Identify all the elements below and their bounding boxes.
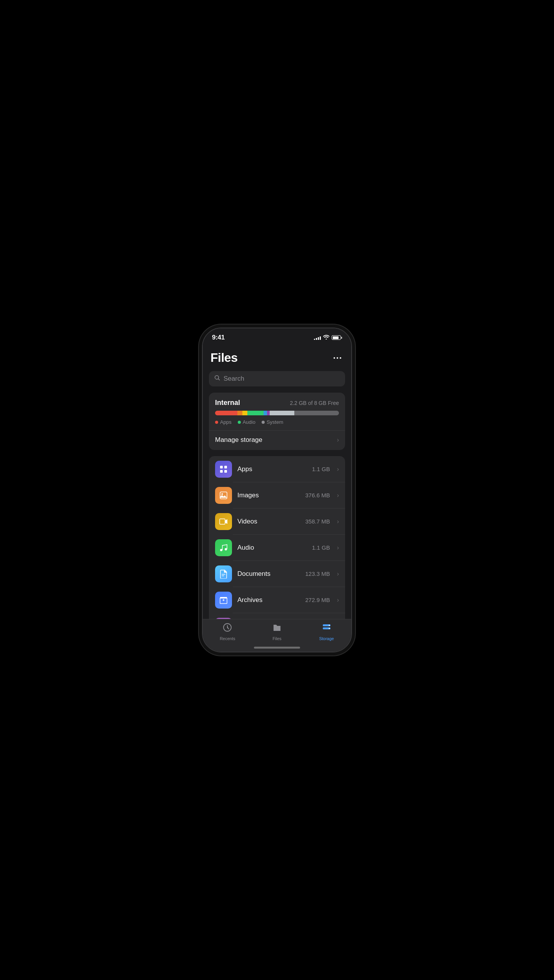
bar-apps <box>215 411 237 415</box>
images-icon <box>215 487 232 504</box>
search-placeholder: Search <box>224 375 244 383</box>
file-item-audio[interactable]: Audio 1.1 GB › <box>209 535 345 561</box>
legend-audio-label: Audio <box>243 419 255 425</box>
legend-apps: Apps <box>215 419 232 425</box>
svg-point-5 <box>222 493 223 495</box>
status-icons <box>314 334 342 341</box>
svg-rect-4 <box>220 492 227 499</box>
files-label: Files <box>272 636 281 641</box>
bar-yellow <box>242 411 247 415</box>
svg-point-8 <box>225 548 227 550</box>
status-bar: 9:41 <box>203 328 351 345</box>
recents-icon <box>222 622 232 635</box>
storage-header: Internal 2.2 GB of 8 GB Free <box>215 399 339 407</box>
svg-rect-1 <box>224 466 227 468</box>
apps-size: 1.1 GB <box>312 466 330 472</box>
storage-icon <box>322 622 332 635</box>
apps-chevron: › <box>337 466 339 473</box>
audio-size: 1.1 GB <box>312 544 330 551</box>
legend-apps-label: Apps <box>220 419 232 425</box>
manage-storage-row[interactable]: Manage storage › <box>215 431 339 444</box>
manage-storage-label: Manage storage <box>215 436 262 444</box>
documents-chevron: › <box>337 570 339 577</box>
files-icon <box>272 622 282 635</box>
file-list: Apps 1.1 GB › Images 376.6 MB <box>209 456 345 619</box>
bar-orange <box>237 411 242 415</box>
screen: 9:41 <box>203 328 351 652</box>
storage-label: Internal <box>215 399 240 407</box>
videos-icon <box>215 513 232 530</box>
images-name: Images <box>237 492 300 499</box>
legend-system-label: System <box>267 419 283 425</box>
audio-chevron: › <box>337 544 339 551</box>
wifi-icon <box>323 334 329 341</box>
more-button[interactable] <box>331 352 344 364</box>
images-size: 376.6 MB <box>305 492 330 498</box>
apps-name: Apps <box>237 465 307 473</box>
file-item-others[interactable]: ? Others 12.3 MB › <box>209 613 345 619</box>
storage-info: 2.2 GB of 8 GB Free <box>290 400 339 406</box>
status-time: 9:41 <box>212 334 225 341</box>
volume-up-button[interactable] <box>202 394 202 417</box>
archives-chevron: › <box>337 597 339 604</box>
nav-storage[interactable]: Storage <box>302 622 351 641</box>
storage-label-nav: Storage <box>319 636 334 641</box>
svg-rect-2 <box>220 470 223 473</box>
volume-down-button[interactable] <box>202 421 202 444</box>
documents-name: Documents <box>237 570 300 578</box>
legend-system: System <box>262 419 283 425</box>
bar-blue <box>264 411 267 415</box>
audio-icon <box>215 539 232 556</box>
svg-rect-3 <box>224 470 227 473</box>
phone-frame: 9:41 <box>202 328 352 652</box>
storage-bar <box>215 411 339 415</box>
svg-rect-6 <box>220 519 225 524</box>
videos-name: Videos <box>237 518 300 525</box>
archives-icon <box>215 592 232 609</box>
legend-audio: Audio <box>238 419 255 425</box>
svg-point-13 <box>329 628 330 629</box>
archives-size: 272.9 MB <box>305 597 330 603</box>
file-item-apps[interactable]: Apps 1.1 GB › <box>209 456 345 482</box>
content-area: Files Search <box>203 345 351 619</box>
svg-rect-0 <box>220 466 223 468</box>
apps-icon <box>215 461 232 478</box>
archives-name: Archives <box>237 596 300 604</box>
home-indicator <box>254 647 300 649</box>
images-chevron: › <box>337 492 339 499</box>
signal-icon <box>314 335 321 340</box>
nav-recents[interactable]: Recents <box>203 622 252 641</box>
more-dots-icon <box>334 357 341 359</box>
videos-chevron: › <box>337 518 339 525</box>
file-item-videos[interactable]: Videos 358.7 MB › <box>209 508 345 535</box>
recents-label: Recents <box>220 636 235 641</box>
svg-point-7 <box>220 549 222 551</box>
file-item-images[interactable]: Images 376.6 MB › <box>209 482 345 508</box>
others-icon: ? <box>215 618 232 619</box>
documents-icon <box>215 565 232 582</box>
svg-point-12 <box>329 625 330 626</box>
chevron-right-icon: › <box>337 436 339 443</box>
bar-free <box>270 411 294 415</box>
page-header: Files <box>209 348 345 371</box>
file-item-documents[interactable]: Documents 123.3 MB › <box>209 561 345 587</box>
battery-icon <box>332 335 342 340</box>
bar-system <box>294 411 339 415</box>
file-item-archives[interactable]: Archives 272.9 MB › <box>209 587 345 613</box>
audio-name: Audio <box>237 544 307 552</box>
search-bar[interactable]: Search <box>209 371 345 386</box>
search-icon <box>214 375 220 383</box>
page-title: Files <box>210 351 237 365</box>
documents-size: 123.3 MB <box>305 570 330 577</box>
storage-card: Internal 2.2 GB of 8 GB Free <box>209 393 345 450</box>
nav-files[interactable]: Files <box>252 622 302 641</box>
storage-legend: Apps Audio System <box>215 419 339 425</box>
power-button[interactable] <box>352 398 352 428</box>
videos-size: 358.7 MB <box>305 518 330 525</box>
bar-audio <box>247 411 264 415</box>
